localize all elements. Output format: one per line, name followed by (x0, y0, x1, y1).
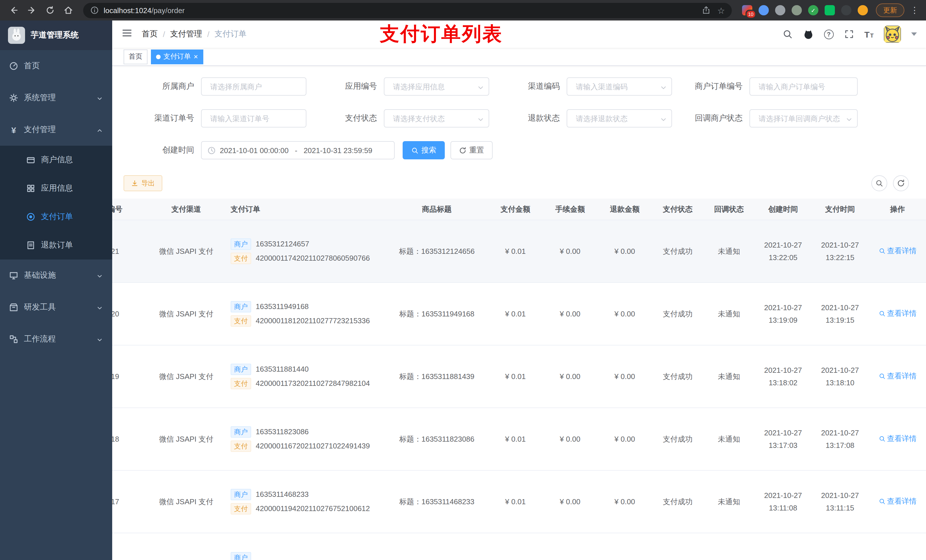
search-button[interactable]: 搜索 (402, 141, 445, 159)
merchant-tag: 商户 (231, 364, 251, 375)
extension-icon-1[interactable]: 10 (742, 5, 752, 15)
user-avatar[interactable] (884, 26, 901, 43)
cell-title: 标题：1635311823086 (386, 433, 488, 445)
filter-channel-code: 渠道编码 (489, 77, 672, 96)
profile-avatar-icon[interactable] (858, 5, 868, 15)
sidebar-item-system[interactable]: 系统管理 (0, 82, 112, 114)
fullscreen-icon[interactable] (844, 29, 854, 39)
extension-icon-3[interactable] (775, 5, 785, 15)
cell-pay-status: 支付成功 (652, 370, 703, 383)
sidebar-item-workflow[interactable]: 工作流程 (0, 323, 112, 355)
share-icon[interactable] (701, 6, 710, 15)
pay-status-select[interactable] (384, 109, 489, 127)
sidebar-item-dev-tools[interactable]: 研发工具 (0, 291, 112, 323)
orders-table: 编号 支付渠道 支付订单 商品标题 支付金额 手续金额 退款金额 支付状态 回调… (112, 199, 926, 560)
close-icon[interactable]: × (194, 53, 198, 60)
chevron-down-icon (477, 115, 484, 122)
breadcrumb-home[interactable]: 首页 (142, 29, 158, 39)
sidebar-item-refund-order[interactable]: 退款订单 (0, 231, 112, 260)
avatar-caret-icon[interactable] (911, 32, 917, 36)
main-area: 首页 / 支付管理 / 支付订单 支付订单列表 ? TT (112, 21, 926, 560)
table-row[interactable]: 18 微信 JSAPI 支付 商户 1635311823086 支付 (112, 408, 926, 471)
cell-id: 17 (112, 495, 146, 508)
cell-refund: ¥ 0.00 (598, 433, 652, 445)
export-button[interactable]: 导出 (124, 175, 162, 191)
sidebar-item-home[interactable]: 首页 (0, 50, 112, 82)
field-label: 回调商户状态 (672, 113, 749, 124)
cell-pay-time: 2021-10-27 13:11:15 (811, 489, 869, 514)
browser-home-button[interactable] (61, 2, 76, 18)
cell-refund: ¥ 0.00 (598, 495, 652, 508)
sidebar-item-payment[interactable]: ¥ 支付管理 (0, 114, 112, 146)
col-create-time: 创建时间 (755, 203, 811, 216)
browser-menu-icon[interactable]: ⋮ (909, 5, 920, 15)
extension-icon-6[interactable] (825, 5, 835, 15)
view-details-link[interactable]: 查看详情 (878, 245, 917, 257)
hamburger-icon (121, 27, 133, 39)
cell-channel: 微信 JSAPI 支付 (146, 495, 226, 508)
view-details-link[interactable]: 查看详情 (878, 495, 917, 507)
cell-amount: ¥ 0.01 (488, 433, 543, 445)
chrome-update-button[interactable]: 更新 (876, 3, 904, 17)
notify-status-select[interactable] (749, 109, 858, 127)
chevron-down-icon (96, 95, 103, 101)
sidebar-item-app-info[interactable]: 应用信息 (0, 174, 112, 202)
cell-order: 商户 1635311468233 支付 42000011942021102767… (226, 487, 386, 517)
merchant-order-no-input[interactable] (749, 77, 858, 96)
search-icon[interactable] (782, 29, 793, 39)
tab-pay-order[interactable]: 支付订单 × (151, 50, 203, 64)
pay-order-no: 4200001174202110278060590766 (256, 252, 370, 265)
search-icon (411, 146, 419, 154)
tab-home[interactable]: 首页 (124, 50, 147, 64)
navbar-actions: ? TT (782, 26, 917, 43)
channel-code-input[interactable] (567, 77, 672, 96)
table-row[interactable]: 20 微信 JSAPI 支付 商户 1635311949168 支付 (112, 283, 926, 346)
merchant-order-no: 1635311468233 (256, 488, 309, 501)
refund-status-select[interactable] (567, 109, 672, 127)
pay-order-no: 4200001167202110271022491439 (256, 440, 370, 453)
extension-icon-4[interactable] (791, 5, 802, 15)
search-toggle-button[interactable] (872, 175, 887, 191)
cell-fee: ¥ 0.00 (543, 308, 598, 320)
table-row[interactable]: 19 微信 JSAPI 支付 商户 1635311881440 支付 (112, 346, 926, 408)
table-row[interactable]: 商户 支付 (112, 533, 926, 560)
table-row[interactable]: 21 微信 JSAPI 支付 商户 1635312124657 支付 (112, 220, 926, 283)
sidebar-item-merchant-info[interactable]: 商户信息 (0, 146, 112, 174)
extension-icon-2[interactable] (758, 5, 769, 15)
cell-order: 商户 支付 (226, 550, 386, 560)
view-details-link[interactable]: 查看详情 (878, 307, 917, 320)
gear-icon (9, 93, 18, 103)
reset-button[interactable]: 重置 (451, 141, 493, 159)
view-details-link[interactable]: 查看详情 (878, 370, 917, 382)
field-label: 商户订单编号 (672, 82, 749, 92)
merchant-order-no: 1635311823086 (256, 426, 309, 438)
cell-notify-status: 未通知 (703, 433, 755, 445)
help-icon[interactable]: ? (824, 29, 834, 39)
browser-reload-button[interactable] (42, 2, 58, 18)
app-logo[interactable]: 芋道管理系统 (0, 21, 112, 50)
info-icon (90, 6, 99, 15)
table-row[interactable]: 17 微信 JSAPI 支付 商户 1635311468233 支付 (112, 471, 926, 533)
extensions-pin-icon[interactable] (841, 5, 851, 15)
merchant-select[interactable] (201, 77, 306, 96)
app-select[interactable] (384, 77, 489, 96)
bookmark-star-icon[interactable]: ☆ (717, 6, 725, 15)
view-details-link[interactable]: 查看详情 (878, 557, 917, 560)
view-details-label: 查看详情 (887, 307, 917, 320)
view-details-link[interactable]: 查看详情 (878, 432, 917, 445)
extension-icon-5[interactable]: ✓ (808, 5, 819, 15)
date-range-picker[interactable]: 2021-10-01 00:00:00 - 2021-10-31 23:59:5… (201, 141, 395, 159)
sidebar-toggle-button[interactable] (121, 27, 133, 41)
sidebar-item-infrastructure[interactable]: 基础设施 (0, 260, 112, 291)
field-label: 创建时间 (124, 145, 201, 155)
browser-forward-button[interactable] (24, 2, 40, 18)
font-size-icon[interactable]: TT (864, 30, 874, 38)
github-icon[interactable] (803, 29, 814, 39)
refresh-table-button[interactable] (893, 175, 909, 191)
browser-back-button[interactable] (6, 2, 22, 18)
sidebar-item-pay-order[interactable]: 支付订单 (0, 202, 112, 231)
breadcrumb-separator: / (163, 30, 165, 39)
cell-create-time: 2021-10-27 13:17:03 (755, 427, 811, 451)
address-bar[interactable]: localhost:1024/pay/order ☆ (83, 3, 732, 18)
channel-order-no-input[interactable] (201, 109, 306, 127)
